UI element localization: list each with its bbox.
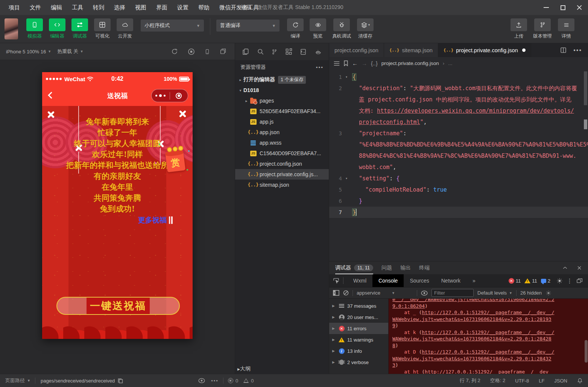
tab-project.private.config.json[interactable]: {..}project.private.config.json — [438, 43, 531, 57]
code-line[interactable]: wobbt.com", — [329, 162, 588, 173]
file-app.wxss[interactable]: app.wxss — [235, 138, 329, 148]
detach-window-icon[interactable] — [220, 48, 226, 55]
kebab-menu-icon[interactable]: ⋮ — [567, 277, 573, 284]
预览-button[interactable]: 预览 — [310, 18, 326, 39]
red-envelope-icon[interactable]: 赏 — [165, 150, 185, 172]
code-line[interactable]: "%E4%B8%8B%E8%BD%BD%E6%9B%B4%E5%A4%9A%E6… — [329, 139, 588, 150]
code-line[interactable]: 4▾"setting": { — [329, 173, 588, 184]
code-line[interactable]: 88%B0%E4%BC%81%E4%B8%9A%E7%8C%AB%E6%BA%9… — [329, 150, 588, 162]
file-project.private.config.js...[interactable]: {..}project.private.config.js... — [235, 169, 329, 180]
log-levels-select[interactable]: Default levels ▼ — [477, 290, 512, 296]
真机调试-button[interactable]: 真机调试 — [332, 18, 351, 39]
more-menu-button[interactable] — [152, 95, 170, 97]
copy-icon[interactable] — [118, 378, 123, 383]
模拟器-button[interactable]: 模拟器 — [26, 18, 43, 39]
code-line[interactable]: 1▾{ — [329, 71, 588, 83]
编辑器-button[interactable]: 编辑器 — [49, 18, 65, 39]
problems-indicator[interactable]: 0 0 — [228, 378, 254, 384]
back-arrow-icon[interactable]: ← — [352, 60, 358, 67]
bookmark-icon[interactable] — [343, 60, 348, 66]
menu-工具[interactable]: 工具 — [68, 3, 87, 13]
console-output[interactable]: e__/__dev__/WAWebview.js?t=wechat&s=1673… — [389, 299, 588, 374]
context-select[interactable]: appservice ▼ — [357, 290, 413, 296]
file-sitemap.json[interactable]: {..}sitemap.json — [235, 180, 329, 190]
code-line[interactable]: 5"compileHotReLoad": true — [329, 184, 588, 195]
extensions-icon[interactable] — [285, 48, 292, 55]
file-app.json[interactable]: {..}app.json — [235, 127, 329, 138]
devtools-tab-Wxml[interactable]: Wxml — [347, 274, 372, 287]
devtools-tab-Network[interactable]: Network — [435, 274, 466, 287]
editor-scrollbar[interactable] — [584, 71, 587, 261]
debugger-tab-输出[interactable]: 输出 — [400, 262, 411, 274]
npm-icon[interactable] — [300, 48, 307, 55]
console-filter-20 user mes...[interactable]: ▶20 user mes... — [329, 311, 388, 323]
status-UTF-8[interactable]: UTF-8 — [515, 378, 529, 384]
可视化-button[interactable]: 可视化 — [94, 18, 111, 39]
tab-project.config.json[interactable]: project.config.json — [329, 43, 384, 57]
status-空格: 2[interactable]: 空格: 2 — [490, 377, 505, 384]
more-actions-icon[interactable]: ••• — [573, 47, 582, 54]
code-editor[interactable]: 1▾{2"description": "大鹏源码网_wobbt.com项目私有配… — [329, 70, 588, 261]
console-filter-input[interactable] — [432, 289, 474, 297]
调试器-button[interactable]: 调试器 — [71, 18, 88, 39]
file-project.config.json[interactable]: {..}project.config.json — [235, 159, 329, 169]
fold-chevron-icon[interactable]: ▾ — [342, 71, 351, 83]
devtools-overflow-chevron[interactable]: » — [466, 274, 482, 287]
devtools-tab-Sources[interactable]: Sources — [404, 274, 435, 287]
status-行 7, 列 2[interactable]: 行 7, 列 2 — [460, 377, 480, 384]
hot-reload-toggle[interactable]: 热重载 关 ▼ — [57, 48, 84, 55]
tab-sitemap.json[interactable]: {..}sitemap.json — [384, 43, 438, 57]
fold-chevron-icon[interactable]: ▾ — [342, 173, 351, 184]
file-C15640D09F02EBAFA7...[interactable]: JSC15640D09F02EBAFA7... — [235, 148, 329, 159]
file-app.js[interactable]: JSapp.js — [235, 116, 329, 127]
menu-选择[interactable]: 选择 — [110, 3, 129, 13]
console-filter-2 verbose[interactable]: ▶2 verbose — [329, 357, 388, 368]
scrollbar-thumb[interactable] — [584, 71, 587, 105]
rotate-icon[interactable] — [171, 48, 178, 55]
code-line[interactable]: projectconfig.html", — [329, 116, 588, 128]
device-frame-icon[interactable] — [205, 48, 210, 55]
more-actions-icon[interactable]: ••• — [211, 378, 219, 384]
code-line[interactable]: 3"projectname": — [329, 128, 588, 139]
devtools-settings-gear-icon[interactable] — [556, 278, 563, 284]
maximize-button[interactable] — [557, 2, 568, 13]
console-scrollbar-thumb[interactable] — [585, 340, 588, 363]
inspect-element-icon[interactable] — [333, 278, 339, 284]
menu-视图[interactable]: 视图 — [131, 3, 150, 13]
docker-icon[interactable] — [315, 49, 322, 55]
console-error-count[interactable]: ✕11 — [509, 278, 521, 284]
close-button[interactable] — [574, 2, 585, 13]
search-icon[interactable] — [257, 48, 264, 55]
编译-button[interactable]: 编译 — [287, 18, 304, 39]
forward-arrow-icon[interactable]: → — [362, 60, 367, 67]
code-line[interactable]: 盖 project.config.json 中的相同字段。项目的改动优先同步到此… — [329, 94, 588, 105]
minimize-button[interactable] — [541, 2, 552, 13]
上传-button[interactable]: 上传 — [511, 18, 527, 39]
project-root-row[interactable]: ▾ D1018 — [235, 85, 329, 95]
status-JSON[interactable]: JSON — [554, 378, 567, 384]
notifications-bell-icon[interactable] — [577, 378, 583, 384]
menu-帮助[interactable]: 帮助 — [194, 3, 214, 13]
menu-编辑[interactable]: 编辑 — [47, 3, 66, 13]
云开发-button[interactable]: 云开发 — [117, 18, 133, 39]
more-blessings-link[interactable]: 更多祝福 — [138, 215, 173, 225]
compile-select[interactable]: 普通编译 ▼ — [216, 20, 280, 32]
devtools-tab-Console[interactable]: Console — [372, 274, 404, 287]
console-message-count[interactable]: 2 — [541, 278, 550, 284]
file-pages[interactable]: ▸pages — [235, 95, 329, 106]
console-filter-11 errors[interactable]: ▶✕11 errors — [329, 323, 388, 334]
stop-record-icon[interactable] — [188, 48, 195, 55]
hidden-count-label[interactable]: 26 hidden — [520, 290, 542, 296]
menu-转到[interactable]: 转到 — [89, 3, 108, 13]
page-path-select[interactable]: 页面路径 ▼ — [5, 377, 30, 384]
debugger-tab-问题[interactable]: 问题 — [381, 262, 392, 274]
collapse-panel-icon[interactable] — [562, 265, 568, 271]
console-filter-11 warnings[interactable]: ▶11 warnings — [329, 334, 388, 345]
menu-文件[interactable]: 文件 — [26, 3, 45, 13]
版本管理-button[interactable]: 版本管理 — [533, 18, 552, 39]
minimize-miniprogram-button[interactable] — [170, 93, 188, 99]
sidebar-toggle-icon[interactable] — [333, 290, 339, 296]
code-line[interactable]: 6} — [329, 195, 588, 207]
console-filter-37 messages[interactable]: ▶37 messages — [329, 300, 388, 311]
split-editor-icon[interactable] — [560, 47, 567, 53]
